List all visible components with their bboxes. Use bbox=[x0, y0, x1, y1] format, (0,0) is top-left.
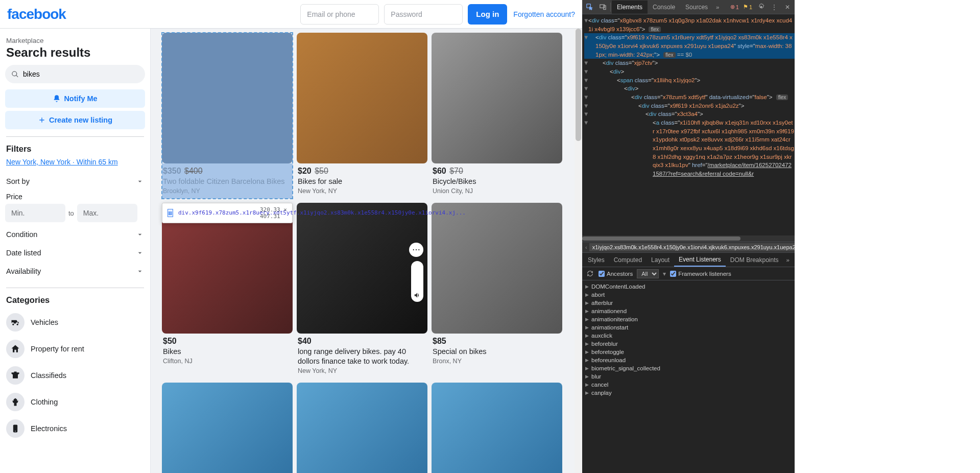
close-icon[interactable]: ✕ bbox=[781, 1, 794, 14]
search-icon bbox=[11, 70, 19, 78]
event-beforeblur[interactable]: beforeblur bbox=[582, 340, 795, 348]
marketplace-label: Marketplace bbox=[6, 37, 144, 44]
create-listing-button[interactable]: Create new listing bbox=[5, 111, 145, 129]
price-label: Price bbox=[6, 193, 144, 201]
listing-card[interactable]: $350 $400Two foldable Citizen Barcelona … bbox=[162, 33, 293, 199]
event-afterblur[interactable]: afterblur bbox=[582, 299, 795, 307]
dom-tree[interactable]: ▼<div class="x8gbvx8 x78zum5 x1q0g3np x1… bbox=[582, 14, 795, 242]
chevron-down-icon bbox=[136, 249, 144, 257]
warning-badge[interactable]: ⚑1 bbox=[741, 4, 754, 10]
framework-checkbox[interactable]: Framework listeners bbox=[670, 271, 731, 277]
password-input[interactable] bbox=[384, 4, 463, 25]
listing-card[interactable]: $85Special on bikesBronx, NY bbox=[432, 203, 562, 379]
more-subtabs-icon[interactable]: » bbox=[783, 257, 793, 263]
event-biometric_signal_collected[interactable]: biometric_signal_collected bbox=[582, 364, 795, 372]
listing-price: $20 $50 bbox=[298, 167, 426, 176]
forgot-link[interactable]: Forgotten account? bbox=[513, 10, 575, 18]
to-label: to bbox=[68, 209, 74, 217]
listing-price: $50 bbox=[163, 337, 292, 346]
device-icon[interactable] bbox=[596, 1, 609, 14]
listing-location: Brooklyn, NY bbox=[163, 187, 292, 195]
tab-dom-breakpoints[interactable]: DOM Breakpoints bbox=[726, 253, 783, 267]
listing-price: $40 bbox=[298, 337, 426, 346]
plus-icon bbox=[38, 116, 46, 124]
event-animationiteration[interactable]: animationiteration bbox=[582, 315, 795, 323]
filters-heading: Filters bbox=[6, 144, 144, 154]
location-filter[interactable]: New York, New York · Within 65 km bbox=[6, 158, 144, 166]
main-content: $350 $400Two foldable Citizen Barcelona … bbox=[151, 29, 582, 473]
dom-hscroll[interactable] bbox=[582, 235, 795, 242]
event-animationend[interactable]: animationend bbox=[582, 307, 795, 315]
event-auxclick[interactable]: auxclick bbox=[582, 332, 795, 340]
ancestors-checkbox[interactable]: Ancestors bbox=[599, 271, 633, 277]
listing-card[interactable]: ⋯$40long range delivery bikes. pay 40 do… bbox=[297, 203, 427, 379]
event-beforeunload[interactable]: beforeunload bbox=[582, 356, 795, 364]
tab-layout[interactable]: Layout bbox=[647, 253, 674, 267]
tab-sources[interactable]: Sources bbox=[680, 1, 713, 14]
price-min-input[interactable] bbox=[5, 204, 65, 222]
tab-styles[interactable]: Styles bbox=[583, 253, 609, 267]
category-icon bbox=[6, 340, 25, 358]
category-classifieds[interactable]: Classifieds bbox=[5, 362, 145, 389]
listing-card[interactable] bbox=[162, 383, 293, 473]
listing-price: $85 bbox=[433, 337, 561, 346]
event-DOMContentLoaded[interactable]: DOMContentLoaded bbox=[582, 282, 795, 291]
search-box[interactable] bbox=[5, 65, 145, 83]
listing-card[interactable] bbox=[432, 383, 562, 473]
login-button[interactable]: Log in bbox=[468, 4, 507, 25]
listing-title: Bikes bbox=[163, 347, 292, 357]
listing-card[interactable]: ▦div.x9f619.x78zum5.x1r8uery.xdt5ytf.x1i… bbox=[162, 203, 293, 379]
category-electronics[interactable]: Electronics bbox=[5, 415, 145, 442]
listing-location: Union City, NJ bbox=[433, 187, 561, 195]
chevron-down-icon bbox=[136, 177, 144, 185]
category-vehicles[interactable]: Vehicles bbox=[5, 309, 145, 336]
listing-title: Special on bikes bbox=[433, 347, 561, 357]
event-animationstart[interactable]: animationstart bbox=[582, 323, 795, 332]
listing-location: Clifton, NJ bbox=[163, 358, 292, 365]
breadcrumb[interactable]: ‹ x1iyjqo2.xs83m0k.x1e558r4.x150jy0e.x1i… bbox=[582, 242, 795, 253]
refresh-icon[interactable] bbox=[585, 267, 594, 280]
error-badge[interactable]: ⊗1 bbox=[728, 4, 741, 10]
category-clothing[interactable]: Clothing bbox=[5, 389, 145, 415]
event-listeners-list[interactable]: DOMContentLoadedabortafterbluranimatione… bbox=[582, 280, 795, 469]
tab-elements[interactable]: Elements bbox=[612, 1, 648, 14]
settings-icon[interactable] bbox=[754, 1, 768, 14]
tab-computed[interactable]: Computed bbox=[609, 253, 647, 267]
event-blur[interactable]: blur bbox=[582, 372, 795, 381]
listing-location: New York, NY bbox=[298, 367, 426, 374]
scope-select[interactable]: All bbox=[637, 269, 659, 278]
category-icon bbox=[6, 313, 25, 332]
sound-pill[interactable] bbox=[411, 261, 423, 302]
event-canplay[interactable]: canplay bbox=[582, 389, 795, 397]
categories-heading: Categories bbox=[6, 295, 144, 305]
more-icon[interactable]: ⋯ bbox=[409, 243, 423, 257]
category-property-for-rent[interactable]: Property for rent bbox=[5, 336, 145, 362]
date-filter[interactable]: Date listed bbox=[5, 244, 145, 262]
create-label: Create new listing bbox=[49, 116, 112, 124]
listing-card[interactable] bbox=[297, 383, 427, 473]
facebook-logo: facebook bbox=[7, 6, 66, 22]
price-max-input[interactable] bbox=[77, 204, 137, 222]
scrollbar[interactable] bbox=[575, 29, 582, 473]
menu-icon[interactable]: ⋮ bbox=[768, 1, 781, 14]
event-abort[interactable]: abort bbox=[582, 291, 795, 299]
event-beforetoggle[interactable]: beforetoggle bbox=[582, 348, 795, 356]
listing-card[interactable]: $20 $50Bikes for saleNew York, NY bbox=[297, 33, 427, 199]
email-input[interactable] bbox=[300, 4, 379, 25]
tab-console[interactable]: Console bbox=[648, 1, 680, 14]
condition-filter[interactable]: Condition bbox=[5, 225, 145, 244]
notify-label: Notify Me bbox=[64, 94, 97, 103]
more-tabs-icon[interactable]: » bbox=[713, 4, 722, 10]
category-icon bbox=[6, 393, 25, 411]
tab-event-listeners[interactable]: Event Listeners bbox=[674, 253, 726, 267]
inspect-icon[interactable] bbox=[583, 1, 596, 14]
listing-location: Bronx, NY bbox=[433, 358, 561, 365]
notify-button[interactable]: Notify Me bbox=[5, 89, 145, 108]
availability-filter[interactable]: Availability bbox=[5, 262, 145, 280]
sort-filter[interactable]: Sort by bbox=[5, 172, 145, 191]
listing-card[interactable]: $60 $70Bicycle/BikesUnion City, NJ bbox=[432, 33, 562, 199]
page-title: Search results bbox=[6, 45, 144, 60]
listing-title: Two foldable Citizen Barcelona Bikes bbox=[163, 177, 292, 186]
search-input[interactable] bbox=[23, 70, 139, 78]
event-cancel[interactable]: cancel bbox=[582, 381, 795, 389]
